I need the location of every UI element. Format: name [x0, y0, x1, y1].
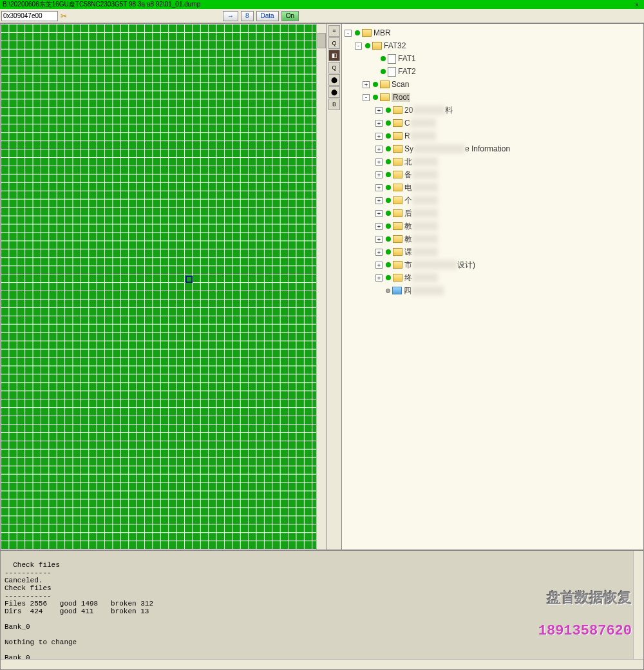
node-label: FAT32	[384, 41, 406, 50]
tree-node[interactable]: +Rxxxx	[343, 129, 642, 142]
node-label: Syxxxxe Information	[404, 144, 510, 153]
status-dot	[365, 43, 370, 48]
tree-node[interactable]: +电xxxx	[343, 181, 642, 194]
status-dot	[386, 289, 390, 293]
tool-search2-icon[interactable]: Q	[328, 62, 340, 73]
expand-icon[interactable]: +	[375, 184, 383, 191]
folder-icon	[393, 132, 402, 140]
tree-node[interactable]: +课xxxx	[343, 245, 642, 258]
expand-icon[interactable]: +	[375, 236, 383, 243]
close-icon[interactable]: ×	[632, 1, 641, 8]
folder-icon	[393, 106, 402, 114]
status-dot	[386, 146, 391, 151]
status-dot	[386, 262, 391, 267]
folder-icon	[393, 274, 402, 282]
zoom-button[interactable]: 8	[241, 11, 254, 21]
tree-node[interactable]: -FAT32	[343, 39, 642, 52]
tool-b-icon[interactable]: B	[328, 99, 340, 110]
expand-icon[interactable]: +	[375, 223, 383, 230]
expand-icon[interactable]: +	[375, 249, 383, 256]
node-label: 教xxxx	[404, 234, 438, 245]
folder-icon	[393, 261, 402, 269]
tree-node[interactable]: +Syxxxxe Information	[343, 142, 642, 155]
data-button[interactable]: Data	[256, 11, 279, 21]
status-dot	[386, 198, 391, 203]
console-vscroll[interactable]	[633, 551, 643, 659]
tree-node[interactable]: +Cxxxx	[343, 117, 642, 129]
node-label: 课xxxx	[404, 247, 438, 258]
status-dot	[381, 69, 386, 74]
tree-node[interactable]: FAT1	[343, 52, 642, 65]
tree-node[interactable]: +终xxxx	[343, 271, 642, 284]
node-label: Cxxxx	[404, 119, 436, 128]
tree-node[interactable]: 四xxxx	[343, 284, 642, 297]
node-label: 终xxxx	[404, 273, 438, 283]
expand-icon[interactable]: +	[375, 274, 383, 282]
tree-node[interactable]: +后xxxx	[343, 207, 642, 220]
folder-icon	[393, 209, 402, 217]
folder-icon	[372, 42, 382, 50]
on-button[interactable]: On	[281, 11, 299, 21]
folder-icon	[393, 158, 402, 166]
status-dot	[386, 159, 391, 164]
tree-node[interactable]: +教xxxx	[343, 233, 642, 245]
tool-view-icon[interactable]: ◧	[328, 50, 340, 61]
console-pane: Check files ----------- Canceled. Check …	[0, 550, 644, 670]
tool-search-icon[interactable]: Q	[328, 37, 340, 49]
node-label: 后xxxx	[404, 208, 438, 219]
collapse-icon[interactable]: -	[355, 43, 362, 50]
watermark-text: 盘首数据恢复	[538, 588, 632, 608]
status-dot	[373, 95, 378, 100]
status-dot	[386, 249, 391, 254]
expand-icon[interactable]: +	[375, 210, 383, 217]
watermark: 盘首数据恢复 18913587620	[538, 573, 632, 655]
collapse-icon[interactable]: -	[345, 30, 352, 37]
node-label: FAT1	[398, 54, 416, 63]
node-label: 北xxxx	[404, 157, 438, 168]
tree-node[interactable]: -Root	[343, 91, 642, 104]
tool-mark2-icon[interactable]: ⬤	[328, 86, 340, 98]
arrow-button[interactable]: →	[223, 11, 238, 21]
expand-icon[interactable]: +	[375, 158, 383, 166]
grid-cursor	[185, 276, 193, 283]
tree-node[interactable]: +20xxxx料	[343, 104, 642, 117]
tree-node[interactable]: +教xxxx	[343, 220, 642, 233]
folder-icon	[393, 235, 402, 243]
block-map-pane	[0, 23, 327, 550]
tool-menu-icon[interactable]: ≡	[328, 25, 340, 37]
address-input[interactable]	[1, 11, 58, 21]
expand-icon[interactable]: +	[375, 133, 383, 140]
expand-icon[interactable]: +	[363, 81, 370, 88]
node-label: 20xxxx料	[404, 105, 453, 116]
console-hscroll[interactable]	[1, 659, 643, 669]
tool-mark-icon[interactable]: ⬤	[328, 74, 340, 86]
tree-node[interactable]: +Scan	[343, 78, 642, 91]
tree-node[interactable]: +个xxxx	[343, 194, 642, 207]
expand-icon[interactable]: +	[375, 107, 383, 114]
expand-icon[interactable]: +	[375, 197, 383, 204]
node-label: Rxxxx	[404, 131, 436, 140]
cut-icon[interactable]: ✂	[61, 12, 70, 21]
folder-icon	[393, 119, 402, 127]
node-label: 教xxxx	[404, 221, 438, 232]
status-dot	[386, 275, 391, 280]
node-label: 备xxxx	[404, 169, 438, 180]
tree-node[interactable]: -MBR	[343, 26, 642, 39]
tree-node[interactable]: +北xxxx	[343, 155, 642, 168]
tree-node[interactable]: +市xxxx设计)	[343, 258, 642, 271]
block-grid[interactable]	[1, 24, 327, 550]
expand-icon[interactable]: +	[375, 120, 383, 127]
vertical-scrollbar[interactable]	[316, 24, 327, 550]
expand-icon[interactable]: +	[375, 171, 383, 178]
folder-icon	[393, 222, 402, 230]
window-title: B:\20200606东芝16GU盘TC58NC2303G5T 98 3a a8…	[3, 0, 632, 9]
console-text: Check files ----------- Canceled. Check …	[5, 561, 153, 662]
expand-icon[interactable]: +	[375, 262, 383, 269]
folder-icon	[380, 81, 390, 88]
expand-icon[interactable]: +	[375, 146, 383, 153]
tree-node[interactable]: FAT2	[343, 65, 642, 78]
collapse-icon[interactable]: -	[363, 94, 370, 101]
tree-node[interactable]: +备xxxx	[343, 168, 642, 181]
status-dot	[386, 108, 391, 113]
folder-icon	[393, 184, 402, 191]
